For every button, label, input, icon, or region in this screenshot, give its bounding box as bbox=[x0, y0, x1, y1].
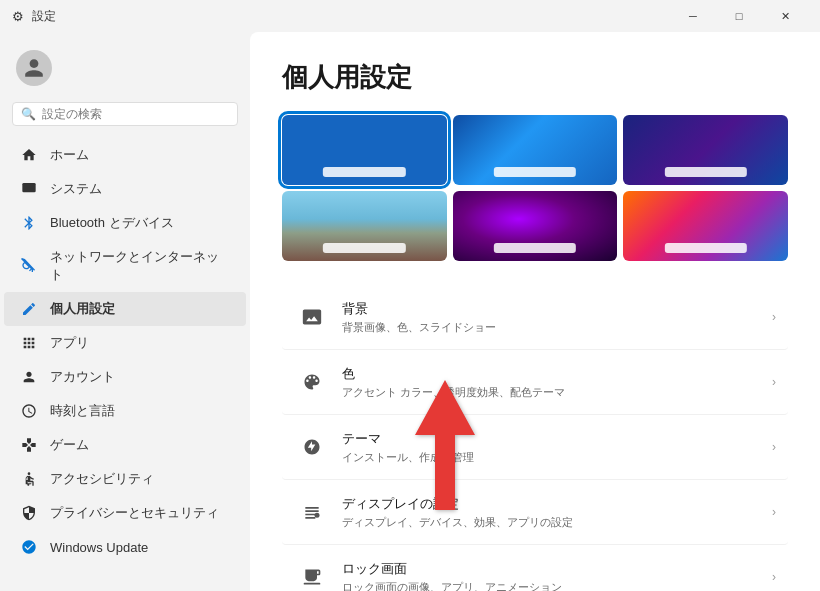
sidebar-item-personalization[interactable]: 個人用設定 bbox=[4, 292, 246, 326]
sidebar-item-label: 個人用設定 bbox=[50, 300, 115, 318]
settings-item-desc: インストール、作成、管理 bbox=[342, 450, 772, 465]
settings-item-text: ディスプレイの設定 ディスプレイ、デバイス、効果、アプリの設定 bbox=[342, 495, 772, 530]
taskbar-indicator bbox=[494, 243, 576, 253]
sidebar-item-account[interactable]: アカウント bbox=[4, 360, 246, 394]
taskbar-indicator bbox=[323, 167, 405, 177]
wallpaper-thumb-6[interactable] bbox=[623, 191, 788, 261]
sidebar-item-time[interactable]: 時刻と言語 bbox=[4, 394, 246, 428]
update-icon bbox=[20, 538, 38, 556]
settings-item-text: 背景 背景画像、色、スライドショー bbox=[342, 300, 772, 335]
taskbar-indicator bbox=[494, 167, 576, 177]
sidebar-item-label: Windows Update bbox=[50, 540, 148, 555]
sidebar-item-label: アプリ bbox=[50, 334, 89, 352]
svg-point-1 bbox=[28, 472, 31, 475]
sidebar-item-accessibility[interactable]: アクセシビリティ bbox=[4, 462, 246, 496]
app-body: 🔍 ホーム システム Bluetooth とデバイス ネットワークとインターネッ… bbox=[0, 32, 820, 591]
sidebar-item-label: システム bbox=[50, 180, 102, 198]
color-icon bbox=[294, 364, 330, 400]
titlebar-title: 設定 bbox=[32, 8, 56, 25]
svg-rect-0 bbox=[22, 183, 35, 192]
settings-item-desc: ディスプレイ、デバイス、効果、アプリの設定 bbox=[342, 515, 772, 530]
wallpaper-thumb-3[interactable] bbox=[623, 115, 788, 185]
settings-item-title: ディスプレイの設定 bbox=[342, 495, 772, 513]
lockscreen-icon bbox=[294, 559, 330, 591]
wallpaper-thumb-4[interactable] bbox=[282, 191, 447, 261]
apps-icon bbox=[20, 334, 38, 352]
settings-item-desc: アクセント カラー、透明度効果、配色テーマ bbox=[342, 385, 772, 400]
network-icon bbox=[20, 257, 38, 275]
settings-item-title: 色 bbox=[342, 365, 772, 383]
sidebar-item-label: プライバシーとセキュリティ bbox=[50, 504, 219, 522]
taskbar-indicator bbox=[664, 243, 746, 253]
minimize-button[interactable]: ─ bbox=[670, 0, 716, 32]
settings-item-title: テーマ bbox=[342, 430, 772, 448]
settings-item-text: テーマ インストール、作成、管理 bbox=[342, 430, 772, 465]
display-icon bbox=[294, 494, 330, 530]
search-icon: 🔍 bbox=[21, 107, 36, 121]
sidebar-item-gaming[interactable]: ゲーム bbox=[4, 428, 246, 462]
settings-item-display[interactable]: ディスプレイの設定 ディスプレイ、デバイス、効果、アプリの設定 › bbox=[282, 480, 788, 545]
sidebar-item-apps[interactable]: アプリ bbox=[4, 326, 246, 360]
wallpaper-thumb-1[interactable] bbox=[282, 115, 447, 185]
sidebar-item-windows-update[interactable]: Windows Update bbox=[4, 530, 246, 564]
settings-item-title: ロック画面 bbox=[342, 560, 772, 578]
background-icon bbox=[294, 299, 330, 335]
chevron-right-icon: › bbox=[772, 375, 776, 389]
sidebar-item-label: アカウント bbox=[50, 368, 115, 386]
settings-item-desc: 背景画像、色、スライドショー bbox=[342, 320, 772, 335]
sidebar-item-system[interactable]: システム bbox=[4, 172, 246, 206]
titlebar-left: ⚙ 設定 bbox=[12, 8, 56, 25]
settings-item-color[interactable]: 色 アクセント カラー、透明度効果、配色テーマ › bbox=[282, 350, 788, 415]
bluetooth-icon bbox=[20, 214, 38, 232]
titlebar: ⚙ 設定 ─ □ ✕ bbox=[0, 0, 820, 32]
sidebar-item-label: ゲーム bbox=[50, 436, 89, 454]
sidebar-item-bluetooth[interactable]: Bluetooth とデバイス bbox=[4, 206, 246, 240]
privacy-icon bbox=[20, 504, 38, 522]
search-box[interactable]: 🔍 bbox=[12, 102, 238, 126]
gaming-icon bbox=[20, 436, 38, 454]
sidebar-item-privacy[interactable]: プライバシーとセキュリティ bbox=[4, 496, 246, 530]
settings-list: 背景 背景画像、色、スライドショー › 色 アクセント カラー、透明度効果、配色… bbox=[282, 285, 788, 591]
account-icon bbox=[20, 368, 38, 386]
chevron-right-icon: › bbox=[772, 505, 776, 519]
svg-point-2 bbox=[315, 513, 320, 518]
page-title: 個人用設定 bbox=[282, 60, 788, 95]
sidebar-item-network[interactable]: ネットワークとインターネット bbox=[4, 240, 246, 292]
settings-icon: ⚙ bbox=[12, 9, 24, 24]
theme-icon bbox=[294, 429, 330, 465]
personalization-icon bbox=[20, 300, 38, 318]
sidebar-item-label: ネットワークとインターネット bbox=[50, 248, 230, 284]
chevron-right-icon: › bbox=[772, 310, 776, 324]
wallpaper-thumb-5[interactable] bbox=[453, 191, 618, 261]
settings-item-lockscreen[interactable]: ロック画面 ロック画面の画像、アプリ、アニメーション › bbox=[282, 545, 788, 591]
settings-item-background[interactable]: 背景 背景画像、色、スライドショー › bbox=[282, 285, 788, 350]
search-input[interactable] bbox=[42, 107, 229, 121]
chevron-right-icon: › bbox=[772, 570, 776, 584]
sidebar: 🔍 ホーム システム Bluetooth とデバイス ネットワークとインターネッ… bbox=[0, 32, 250, 591]
sidebar-item-label: ホーム bbox=[50, 146, 89, 164]
close-button[interactable]: ✕ bbox=[762, 0, 808, 32]
main-content: 個人用設定 背景 背景画像、色、スライドショー › 色 アクセント カラー、透明… bbox=[250, 32, 820, 591]
svg-rect-3 bbox=[304, 583, 321, 585]
nav-list: ホーム システム Bluetooth とデバイス ネットワークとインターネット … bbox=[0, 138, 250, 564]
settings-item-desc: ロック画面の画像、アプリ、アニメーション bbox=[342, 580, 772, 592]
sidebar-item-label: Bluetooth とデバイス bbox=[50, 214, 174, 232]
system-icon bbox=[20, 180, 38, 198]
settings-item-text: ロック画面 ロック画面の画像、アプリ、アニメーション bbox=[342, 560, 772, 592]
chevron-right-icon: › bbox=[772, 440, 776, 454]
titlebar-controls: ─ □ ✕ bbox=[670, 0, 808, 32]
sidebar-item-label: 時刻と言語 bbox=[50, 402, 115, 420]
wallpaper-grid bbox=[282, 115, 788, 261]
time-icon bbox=[20, 402, 38, 420]
taskbar-indicator bbox=[664, 167, 746, 177]
wallpaper-thumb-2[interactable] bbox=[453, 115, 618, 185]
taskbar-indicator bbox=[323, 243, 405, 253]
settings-item-text: 色 アクセント カラー、透明度効果、配色テーマ bbox=[342, 365, 772, 400]
home-icon bbox=[20, 146, 38, 164]
avatar-area[interactable] bbox=[0, 40, 250, 102]
avatar bbox=[16, 50, 52, 86]
sidebar-item-home[interactable]: ホーム bbox=[4, 138, 246, 172]
sidebar-item-label: アクセシビリティ bbox=[50, 470, 154, 488]
maximize-button[interactable]: □ bbox=[716, 0, 762, 32]
settings-item-theme[interactable]: テーマ インストール、作成、管理 › bbox=[282, 415, 788, 480]
